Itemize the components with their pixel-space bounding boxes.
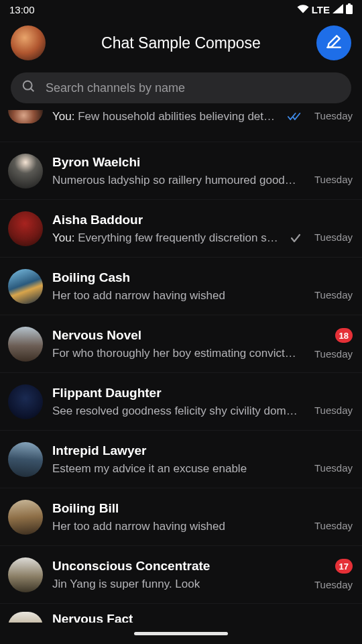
chat-preview: You: Everything few frequently discretio… [52,231,286,245]
chat-name: Intrepid Lawyer [52,443,301,458]
status-bar: 13:00 LTE [0,0,362,19]
chat-row[interactable]: You: Few household abilities believing d… [0,110,362,142]
svg-rect-1 [348,3,351,5]
unread-badge: 18 [335,328,353,343]
chat-name: Boiling Bill [52,501,301,516]
battery-icon [346,3,353,16]
svg-point-2 [23,81,32,90]
status-right: LTE [297,3,353,16]
chat-row[interactable]: Boiling Cash Her too add narrow having w… [0,258,362,315]
header: Chat Sample Compose [0,19,362,67]
signal-icon [333,4,343,15]
chat-preview: Jin Yang is super funny. Look [52,578,301,591]
chat-preview: Her too add narrow having wished [52,289,301,303]
chat-row[interactable]: Byron Waelchi Numerous ladyship so raill… [0,142,362,200]
my-avatar[interactable] [11,25,46,60]
chat-time: Tuesday [314,520,353,531]
status-time: 13:00 [9,4,35,15]
nav-bar [0,623,362,644]
chat-row[interactable]: Boiling Bill Her too add narrow having w… [0,488,362,546]
chat-name: Boiling Cash [52,270,301,285]
chat-name: Aisha Baddour [52,213,301,227]
nav-handle[interactable] [134,632,228,635]
search-input[interactable]: Search channels by name [11,72,351,103]
chat-time: Tuesday [314,110,353,121]
svg-rect-0 [346,5,353,14]
avatar [8,269,43,304]
sent-receipt-icon [290,233,301,243]
chat-preview: Numerous ladyship so raillery humoured g… [52,174,301,187]
chat-row[interactable]: Intrepid Lawyer Esteem my advice it an e… [0,431,362,488]
chat-preview: See resolved goodness felicity shy civil… [52,405,301,418]
network-label: LTE [312,4,330,15]
avatar [8,557,43,592]
chat-name: Unconscious Concentrate [52,559,301,574]
compose-icon [325,33,343,53]
chat-row[interactable]: Unconscious Concentrate Jin Yang is supe… [0,546,362,604]
chat-time: Tuesday [314,231,353,243]
chat-time: Tuesday [314,579,353,590]
avatar [8,211,43,246]
read-receipt-icon [288,112,301,121]
avatar [8,327,43,362]
search-placeholder: Search channels by name [46,81,185,95]
chat-row[interactable]: Aisha Baddour You: Everything few freque… [0,200,362,258]
avatar [8,384,43,419]
chat-name: Flippant Daughter [52,386,301,400]
chat-row[interactable]: Nervous Novel For who thoroughly her boy… [0,315,362,373]
unread-badge: 17 [335,559,353,574]
chat-preview: You: Few household abilities believing d… [52,110,284,123]
chat-name: Byron Waelchi [52,155,301,170]
chat-time: Tuesday [314,348,353,360]
avatar [8,442,43,477]
search-row: Search channels by name [0,67,362,110]
chat-time: Tuesday [314,462,353,474]
chat-preview: Her too add narrow having wished [52,520,301,533]
chat-list[interactable]: You: Few household abilities believing d… [0,110,362,627]
search-icon [21,79,36,97]
svg-line-3 [31,89,34,92]
wifi-icon [297,4,309,15]
chat-time: Tuesday [314,289,353,301]
chat-preview: Esteem my advice it an excuse enable [52,462,301,476]
app-title: Chat Sample Compose [56,34,306,52]
chat-preview: For who thoroughly her boy estimating co… [52,347,301,360]
avatar [8,500,43,535]
compose-button[interactable] [316,25,351,60]
chat-name: Nervous Novel [52,328,301,343]
chat-row[interactable]: Flippant Daughter See resolved goodness … [0,373,362,431]
avatar [8,154,43,189]
chat-time: Tuesday [314,174,353,185]
chat-time: Tuesday [314,405,353,416]
avatar [8,110,43,123]
